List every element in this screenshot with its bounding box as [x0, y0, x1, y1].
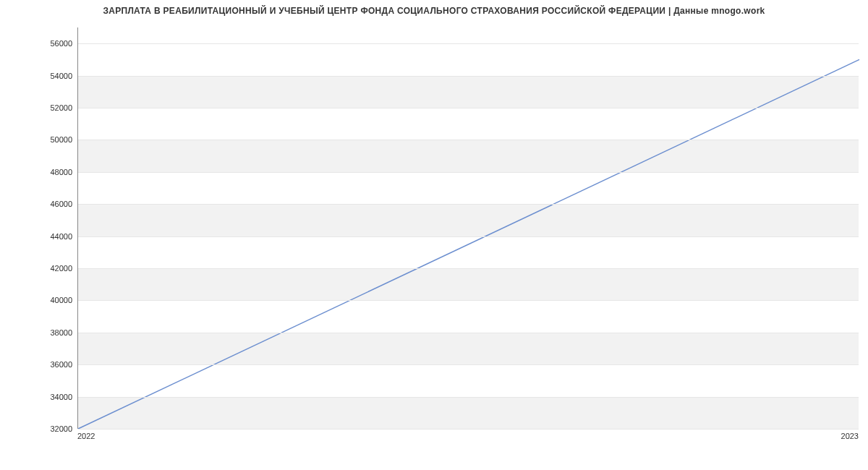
y-tick-label: 48000	[36, 168, 72, 176]
y-gridline	[78, 333, 859, 333]
y-tick-label: 44000	[36, 232, 72, 241]
plot-area	[77, 27, 859, 429]
y-tick-label: 34000	[36, 393, 72, 401]
y-gridline	[78, 397, 859, 398]
y-tick-label: 46000	[36, 200, 72, 208]
y-gridline	[78, 268, 859, 269]
y-tick-label: 36000	[36, 360, 72, 369]
y-tick-label: 42000	[36, 264, 72, 273]
y-tick-label: 50000	[36, 135, 72, 144]
y-tick-label: 52000	[36, 103, 72, 112]
y-gridline	[78, 236, 859, 237]
y-gridline	[78, 172, 859, 173]
series-path	[78, 59, 859, 429]
chart-title: ЗАРПЛАТА В РЕАБИЛИТАЦИОННЫЙ И УЧЕБНЫЙ ЦЕ…	[0, 6, 868, 16]
y-tick-label: 32000	[36, 424, 72, 433]
y-gridline	[78, 140, 859, 140]
y-tick-label: 54000	[36, 72, 72, 80]
y-gridline	[78, 76, 859, 77]
line-series	[78, 27, 859, 428]
x-tick-label: 2023	[841, 432, 859, 440]
y-tick-label: 40000	[36, 296, 72, 304]
chart-container: ЗАРПЛАТА В РЕАБИЛИТАЦИОННЫЙ И УЧЕБНЫЙ ЦЕ…	[0, 0, 868, 470]
y-gridline	[78, 429, 859, 430]
y-tick-label: 38000	[36, 328, 72, 337]
y-tick-label: 56000	[36, 39, 72, 48]
y-gridline	[78, 364, 859, 365]
y-gridline	[78, 43, 859, 44]
x-tick-label: 2022	[77, 432, 95, 440]
y-gridline	[78, 204, 859, 205]
y-gridline	[78, 300, 859, 301]
y-gridline	[78, 108, 859, 108]
